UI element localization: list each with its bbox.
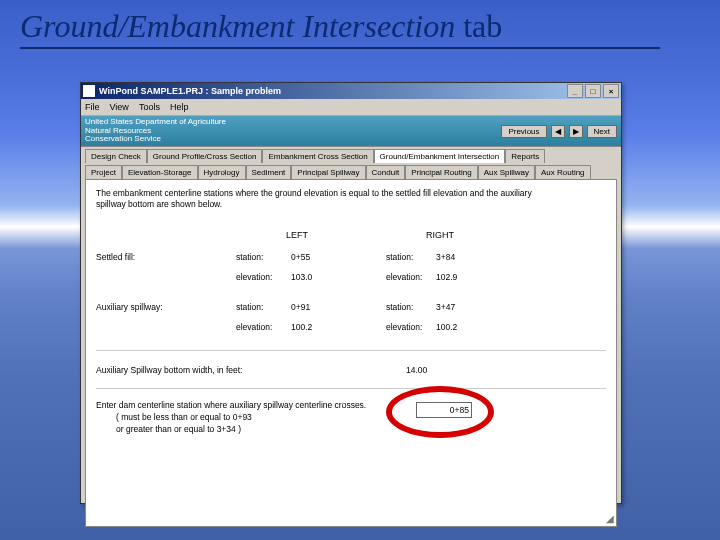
aux-left-elev: 100.2	[291, 322, 312, 332]
slide-title-italic: Ground/Embankment Intersection	[20, 8, 455, 44]
tab-sediment[interactable]: Sediment	[246, 165, 292, 179]
settled-right-station: 3+84	[436, 252, 455, 262]
settled-left-station: 0+55	[291, 252, 310, 262]
label-elevation-2l: elevation:	[236, 322, 272, 332]
previous-button[interactable]: Previous	[501, 125, 546, 138]
description-text: The embankment centerline stations where…	[96, 188, 556, 210]
tab-aux-spillway[interactable]: Aux Spillway	[478, 165, 535, 179]
nrcs-text: United States Department of Agriculture …	[85, 118, 226, 144]
label-station-1r: station:	[386, 252, 413, 262]
left-column-header: LEFT	[286, 230, 308, 240]
aux-right-elev: 100.2	[436, 322, 457, 332]
control-station-label-1: Enter dam centerline station where auxil…	[96, 400, 366, 410]
tab-ground-embankment-intersection[interactable]: Ground/Embankment Intersection	[374, 149, 506, 163]
close-button[interactable]: ×	[603, 84, 619, 98]
divider-1	[96, 350, 606, 351]
maximize-button[interactable]: □	[585, 84, 601, 98]
label-elevation-1r: elevation:	[386, 272, 422, 282]
label-station-2l: station:	[236, 302, 263, 312]
next-arrow-icon[interactable]: ▶	[569, 125, 583, 138]
app-window: WinPond SAMPLE1.PRJ : Sample problem _ □…	[80, 82, 622, 504]
aux-right-station: 3+47	[436, 302, 455, 312]
slide-background: Ground/Embankment Intersection tab WinPo…	[0, 0, 720, 540]
tab-design-check[interactable]: Design Check	[85, 149, 147, 163]
main-tab-row: Design Check Ground Profile/Cross Sectio…	[81, 147, 621, 163]
divider-2	[96, 388, 606, 389]
nrcs-banner: United States Department of Agriculture …	[81, 116, 621, 147]
menu-file[interactable]: File	[85, 102, 100, 112]
tab-aux-routing[interactable]: Aux Routing	[535, 165, 591, 179]
resize-grip-icon[interactable]: ◢	[606, 513, 614, 524]
tab-reports[interactable]: Reports	[505, 149, 545, 163]
control-station-input[interactable]	[416, 402, 472, 418]
window-title: WinPond SAMPLE1.PRJ : Sample problem	[99, 86, 281, 96]
menu-view[interactable]: View	[110, 102, 129, 112]
label-elevation-1l: elevation:	[236, 272, 272, 282]
label-elevation-2r: elevation:	[386, 322, 422, 332]
settled-left-elev: 103.0	[291, 272, 312, 282]
nav-controls: Previous ◀ ▶ Next	[501, 125, 617, 138]
tab-embankment-cross[interactable]: Embankment Cross Section	[262, 149, 373, 163]
tab-principal-routing[interactable]: Principal Routing	[405, 165, 477, 179]
window-titlebar[interactable]: WinPond SAMPLE1.PRJ : Sample problem _ □…	[81, 83, 621, 99]
right-column-header: RIGHT	[426, 230, 454, 240]
label-station-1l: station:	[236, 252, 263, 262]
banner-line2: Natural Resources	[85, 126, 151, 135]
control-station-label-2: ( must be less than or equal to 0+93	[116, 412, 252, 422]
tab-conduit[interactable]: Conduit	[366, 165, 406, 179]
settled-right-elev: 102.9	[436, 272, 457, 282]
aux-left-station: 0+91	[291, 302, 310, 312]
row-settled-fill-label: Settled fill:	[96, 252, 135, 262]
label-station-2r: station:	[386, 302, 413, 312]
menubar: File View Tools Help	[81, 99, 621, 116]
control-station-label-3: or greater than or equal to 3+34 )	[116, 424, 241, 434]
prev-arrow-icon[interactable]: ◀	[551, 125, 565, 138]
row-aux-spillway-label: Auxiliary spillway:	[96, 302, 163, 312]
sub-tab-row: Project Elevation-Storage Hydrology Sedi…	[81, 163, 621, 179]
menu-help[interactable]: Help	[170, 102, 189, 112]
next-button[interactable]: Next	[587, 125, 617, 138]
tab-project[interactable]: Project	[85, 165, 122, 179]
minimize-button[interactable]: _	[567, 84, 583, 98]
app-icon	[83, 85, 95, 97]
tab-elevation-storage[interactable]: Elevation-Storage	[122, 165, 198, 179]
bottom-width-value: 14.00	[406, 365, 427, 375]
content-panel: The embankment centerline stations where…	[85, 179, 617, 527]
banner-line3: Conservation Service	[85, 134, 161, 143]
slide-title-plain: tab	[455, 8, 502, 44]
tab-ground-profile[interactable]: Ground Profile/Cross Section	[147, 149, 263, 163]
slide-title: Ground/Embankment Intersection tab	[20, 8, 660, 49]
tab-principal-spillway[interactable]: Principal Spillway	[291, 165, 365, 179]
tab-hydrology[interactable]: Hydrology	[198, 165, 246, 179]
bottom-width-label: Auxiliary Spillway bottom width, in feet…	[96, 365, 242, 375]
menu-tools[interactable]: Tools	[139, 102, 160, 112]
